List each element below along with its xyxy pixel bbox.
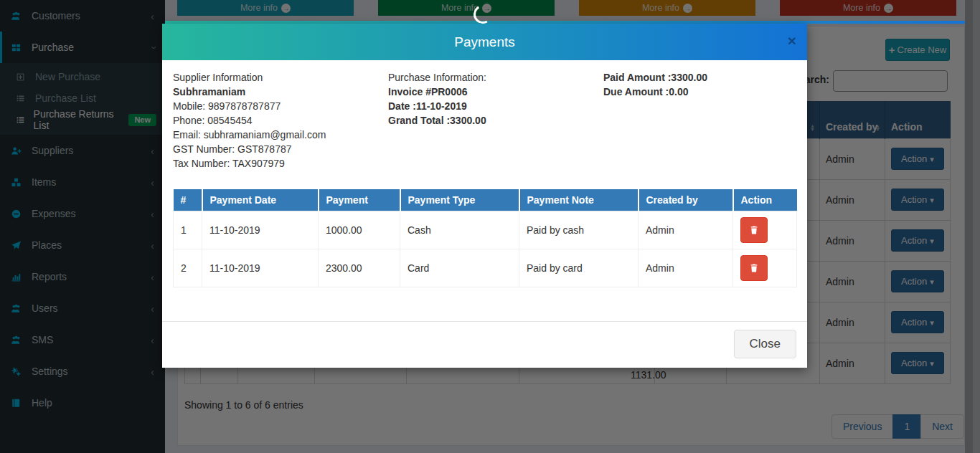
due-amount: Due Amount :0.00 [603, 85, 796, 99]
supplier-email: Email: subhramaniam@gmail.com [173, 128, 388, 142]
purchase-info: Purchase Information: Invoice #PR0006 Da… [388, 70, 603, 171]
payment-type: Card [400, 249, 519, 287]
supplier-gst: GST Number: GST878787 [173, 142, 388, 156]
col-payment-type: Payment Type [400, 189, 519, 211]
payments-modal: Payments × Supplier Information Subhrama… [162, 24, 807, 368]
purchase-invoice: Invoice #PR0006 [388, 85, 603, 99]
trash-icon [749, 225, 759, 235]
supplier-info: Supplier Information Subhramaniam Mobile… [173, 70, 388, 171]
payments-table: # Payment Date Payment Payment Type Paym… [173, 189, 797, 287]
payment-date: 11-10-2019 [202, 211, 319, 249]
close-button[interactable]: Close [734, 330, 796, 358]
supplier-tax: Tax Number: TAX907979 [173, 156, 388, 171]
payment-amount: 2300.00 [319, 249, 400, 287]
col-num: # [174, 189, 202, 211]
supplier-mobile: Mobile: 9897878787877 [173, 99, 388, 113]
col-payment-date: Payment Date [202, 189, 319, 211]
purchase-date: Date :11-10-2019 [388, 99, 603, 113]
purchase-grand-total: Grand Total :3300.00 [388, 113, 603, 128]
payment-row: 2 11-10-2019 2300.00 Card Paid by card A… [174, 249, 797, 287]
col-action: Action [733, 189, 797, 211]
payment-type: Cash [400, 211, 519, 249]
payment-row: 1 11-10-2019 1000.00 Cash Paid by cash A… [174, 211, 797, 249]
delete-payment-button[interactable] [740, 217, 768, 243]
payment-date: 11-10-2019 [202, 249, 319, 287]
delete-payment-button[interactable] [740, 255, 768, 281]
trash-icon [749, 263, 759, 273]
col-created-by: Created by [639, 189, 733, 211]
payment-num: 2 [174, 249, 202, 287]
close-icon[interactable]: × [788, 33, 796, 48]
app-screen: Customers ‹ Purchase ‹ New Purchase Purc… [0, 0, 980, 453]
payment-note: Paid by cash [519, 211, 639, 249]
modal-header: Payments × [162, 24, 807, 60]
payment-created-by: Admin [639, 249, 733, 287]
payment-amount: 1000.00 [319, 211, 400, 249]
supplier-info-heading: Supplier Information [173, 70, 388, 85]
modal-body: Supplier Information Subhramaniam Mobile… [162, 60, 807, 287]
payments-header-row: # Payment Date Payment Payment Type Paym… [174, 189, 797, 211]
paid-amount: Paid Amount :3300.00 [603, 70, 796, 85]
payment-num: 1 [174, 211, 202, 249]
payment-created-by: Admin [639, 211, 733, 249]
modal-footer: Close [162, 321, 807, 368]
col-payment: Payment [319, 189, 400, 211]
amounts-info: Paid Amount :3300.00 Due Amount :0.00 [603, 70, 796, 171]
supplier-phone: Phone: 08545454 [173, 113, 388, 128]
payment-note: Paid by card [519, 249, 639, 287]
col-payment-note: Payment Note [519, 189, 639, 211]
supplier-name: Subhramaniam [173, 85, 388, 99]
modal-title: Payments [162, 24, 807, 60]
payment-info-row: Supplier Information Subhramaniam Mobile… [173, 70, 796, 171]
purchase-info-heading: Purchase Information: [388, 70, 603, 85]
